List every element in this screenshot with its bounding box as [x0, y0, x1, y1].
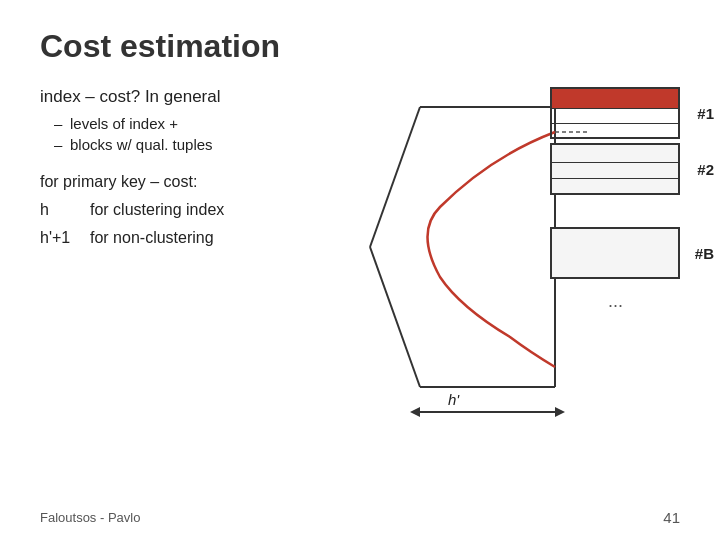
svg-text:...: ... [608, 291, 623, 311]
footer-author: Faloutsos - Pavlo [40, 510, 140, 525]
bullet-1: levels of index + [54, 115, 350, 132]
key-desc-h: for clustering index [90, 201, 350, 219]
block-1-red-row [552, 89, 678, 109]
block-1: #1 [550, 87, 680, 139]
key-row-hp1: h'+1 for non-clustering [40, 229, 350, 247]
content-area: index – cost? In general levels of index… [40, 87, 680, 437]
block-B: #B [550, 227, 680, 279]
key-row-h: h for clustering index [40, 201, 350, 219]
bullet-2: blocks w/ qual. tuples [54, 136, 350, 153]
svg-line-2 [370, 107, 420, 247]
svg-marker-10 [555, 407, 565, 417]
diagram-area: h' ... #1 [360, 77, 680, 437]
svg-line-3 [370, 247, 420, 387]
blocks-container: #1 #2 #B [550, 87, 680, 281]
block-2: #2 [550, 143, 680, 195]
footer-page: 41 [663, 509, 680, 526]
svg-marker-9 [410, 407, 420, 417]
key-desc-hp1: for non-clustering [90, 229, 350, 247]
key-label-h: h [40, 201, 90, 219]
block-B-label: #B [695, 245, 714, 262]
bullet-list: levels of index + blocks w/ qual. tuples [54, 115, 350, 153]
block-1-label: #1 [697, 105, 714, 122]
block-2-label: #2 [697, 161, 714, 178]
footer: Faloutsos - Pavlo 41 [40, 509, 680, 526]
key-label-hp1: h'+1 [40, 229, 90, 247]
index-heading: index – cost? In general [40, 87, 350, 107]
primary-key-section: for primary key – cost: h for clustering… [40, 173, 350, 247]
block-1-row3 [552, 124, 678, 139]
page: Cost estimation index – cost? In general… [0, 0, 720, 540]
page-title: Cost estimation [40, 28, 680, 65]
left-section: index – cost? In general levels of index… [40, 87, 350, 257]
block-1-row2 [552, 109, 678, 124]
svg-text:h': h' [448, 391, 460, 408]
primary-key-intro: for primary key – cost: [40, 173, 350, 191]
